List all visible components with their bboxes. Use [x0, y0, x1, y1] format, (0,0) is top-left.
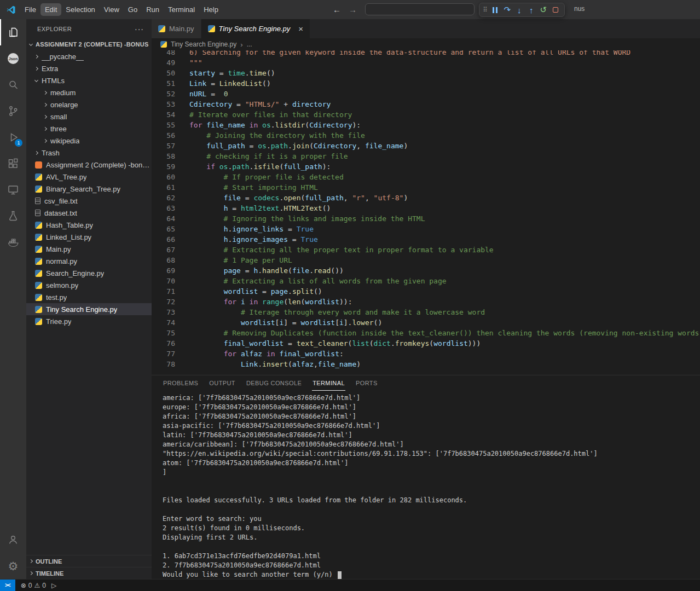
activitybar-source-control[interactable]: [0, 98, 26, 124]
tree-item-pycache[interactable]: __pycache__: [26, 50, 152, 62]
code-line[interactable]: 70 # Extracting a list of all words from…: [152, 276, 700, 286]
code-line[interactable]: 61 # Start importing HTML: [152, 182, 700, 193]
tree-item-test-py[interactable]: test.py: [26, 291, 152, 303]
drag-grip-icon[interactable]: ⠿: [483, 6, 488, 14]
tree-item-onelarge[interactable]: onelarge: [26, 99, 152, 111]
code-line[interactable]: 486) Searching for the given keyword ins…: [152, 50, 700, 57]
tree-item-assignment-2-complete-bonu[interactable]: Assignment 2 (Complete) -bonu...: [26, 159, 152, 171]
go-back-icon[interactable]: ←: [333, 5, 341, 14]
menu-selection[interactable]: Selection: [61, 3, 99, 16]
breadcrumb-file[interactable]: Tiny Search Engine.py: [171, 40, 236, 48]
menu-go[interactable]: Go: [124, 3, 142, 16]
code-line[interactable]: 71 wordlist = page.split(): [152, 286, 700, 297]
remote-indicator[interactable]: ><: [0, 580, 15, 591]
code-line[interactable]: 65 h.ignore_links = True: [152, 224, 700, 234]
code-line[interactable]: 74 wordlist[i] = wordlist[i].lower(): [152, 317, 700, 328]
panel-tab-ports[interactable]: PORTS: [355, 375, 378, 391]
editor-tab-tiny-search-engine-py[interactable]: Tiny Search Engine.py×: [201, 19, 310, 38]
menu-run[interactable]: Run: [142, 3, 164, 16]
code-line[interactable]: 66 h.ignore_images = True: [152, 234, 700, 245]
code-line[interactable]: 54# Iterate over files in that directory: [152, 109, 700, 120]
tree-item-main-py[interactable]: Main.py: [26, 243, 152, 255]
panel-tab-terminal[interactable]: TERMINAL: [312, 375, 345, 391]
tree-item-hash-table-py[interactable]: Hash_Table.py: [26, 219, 152, 231]
panel-tab-output[interactable]: OUTPUT: [209, 375, 236, 391]
code-line[interactable]: 75 # Removing Duplicates (function insid…: [152, 328, 700, 338]
breadcrumb-symbol[interactable]: ...: [247, 40, 252, 48]
pause-button[interactable]: [489, 4, 501, 16]
tree-item-tiny-search-engine-py[interactable]: Tiny Search Engine.py: [26, 303, 152, 315]
code-line[interactable]: 72 for i in range(len(wordlist)):: [152, 297, 700, 307]
code-editor[interactable]: 486) Searching for the given keyword ins…: [152, 50, 700, 375]
activitybar-search[interactable]: [0, 72, 26, 98]
activitybar-remote-explorer[interactable]: [0, 177, 26, 203]
activitybar-testing[interactable]: [0, 203, 26, 229]
command-center-search[interactable]: [365, 3, 475, 15]
tree-item-csv-file-txt[interactable]: csv_file.txt: [26, 195, 152, 207]
tree-item-small[interactable]: small: [26, 111, 152, 123]
code-line[interactable]: 76 final_wordlist = text_cleaner(list(di…: [152, 338, 700, 349]
debug-status[interactable]: ▷: [51, 582, 56, 589]
tree-item-trash[interactable]: Trash: [26, 147, 152, 159]
code-line[interactable]: 73 # Iterage through every word and make…: [152, 307, 700, 317]
close-icon[interactable]: ×: [298, 24, 303, 33]
activitybar-docker[interactable]: [0, 229, 26, 256]
activitybar-run-debug[interactable]: 1: [0, 124, 26, 150]
code-line[interactable]: 55for file_name in os.listdir(Cdirectory…: [152, 120, 700, 130]
tree-item-binary-search-tree-py[interactable]: Binary_Search_Tree.py: [26, 183, 152, 195]
menu-edit[interactable]: Edit: [41, 3, 61, 16]
code-line[interactable]: 50starty = time.time(): [152, 68, 700, 78]
tree-item-linked-list-py[interactable]: Linked_List.py: [26, 231, 152, 243]
tree-item-triee-py[interactable]: Triee.py: [26, 315, 152, 327]
tree-item-dataset-txt[interactable]: dataset.txt: [26, 207, 152, 219]
code-line[interactable]: 57 full_path = os.path.join(Cdirectory, …: [152, 141, 700, 151]
code-line[interactable]: 58 # checking if it is a proper file: [152, 151, 700, 161]
tree-item-normal-py[interactable]: normal.py: [26, 255, 152, 267]
code-line[interactable]: 67 # Extracting all the proper text in p…: [152, 245, 700, 255]
menu-help[interactable]: Help: [199, 3, 223, 16]
code-line[interactable]: 78 Link.insert(alfaz,file_name): [152, 359, 700, 369]
step-out-button[interactable]: ↑: [525, 4, 537, 16]
activitybar-explorer[interactable]: [0, 19, 26, 45]
restart-button[interactable]: ↺: [537, 4, 549, 16]
tree-item-three[interactable]: three: [26, 123, 152, 135]
code-line[interactable]: 59 if os.path.isfile(full_path):: [152, 161, 700, 172]
tree-item-extra[interactable]: Extra: [26, 62, 152, 74]
code-line[interactable]: 51Link = LinkedList(): [152, 78, 700, 89]
activitybar-settings[interactable]: ⚙: [0, 553, 26, 579]
step-over-button[interactable]: ↷: [501, 4, 513, 16]
code-line[interactable]: 68 # 1 Page per URL: [152, 255, 700, 265]
stop-button[interactable]: [549, 4, 562, 16]
code-line[interactable]: 53Cdirectory = "HTMLs/" + directory: [152, 99, 700, 109]
sidebar-section-outline[interactable]: OUTLINE: [26, 555, 152, 567]
problems-status[interactable]: ⊗ 0 ⚠ 0: [21, 582, 46, 589]
breadcrumb[interactable]: Tiny Search Engine.py › ...: [152, 38, 700, 50]
activitybar-json-extension[interactable]: Json: [0, 45, 26, 72]
panel-tab-debug-console[interactable]: DEBUG CONSOLE: [246, 375, 302, 391]
code-line[interactable]: 60 # If proper file is detected: [152, 172, 700, 182]
tree-item-htmls[interactable]: HTMLs: [26, 74, 152, 86]
code-line[interactable]: 69 page = h.handle(file.read()): [152, 265, 700, 276]
tree-item-medium[interactable]: medium: [26, 86, 152, 99]
code-line[interactable]: 56 # Joining the directory with the file: [152, 130, 700, 141]
terminal-output[interactable]: america: ['7f7b6830475a2010050a9ec876866…: [152, 391, 700, 579]
code-line[interactable]: 64 # Ignoring the links and images insid…: [152, 213, 700, 224]
code-line[interactable]: 52nURL = 0: [152, 89, 700, 99]
step-into-button[interactable]: ↓: [513, 4, 525, 16]
more-actions-icon[interactable]: ···: [135, 25, 144, 33]
editor-tab-main-py[interactable]: Main.py: [152, 19, 201, 38]
sidebar-section-timeline[interactable]: TIMELINE: [26, 567, 152, 579]
code-line[interactable]: 62 file = codecs.open(full_path, "r", "u…: [152, 193, 700, 203]
go-forward-icon[interactable]: →: [349, 5, 357, 14]
menu-file[interactable]: File: [20, 3, 41, 16]
code-line[interactable]: 63 h = html2text.HTML2Text(): [152, 203, 700, 213]
menu-terminal[interactable]: Terminal: [164, 3, 199, 16]
tree-item-avl-tree-py[interactable]: AVL_Tree.py: [26, 171, 152, 183]
activitybar-extensions[interactable]: [0, 150, 26, 177]
explorer-section-header[interactable]: ASSIGNMENT 2 (COMPLETE) -BONUS: [26, 38, 152, 50]
menu-view[interactable]: View: [100, 3, 124, 16]
code-line[interactable]: 49""": [152, 57, 700, 68]
tree-item-wikipedia[interactable]: wikipedia: [26, 135, 152, 147]
tree-item-selmon-py[interactable]: selmon.py: [26, 279, 152, 291]
activitybar-account[interactable]: [0, 526, 26, 553]
